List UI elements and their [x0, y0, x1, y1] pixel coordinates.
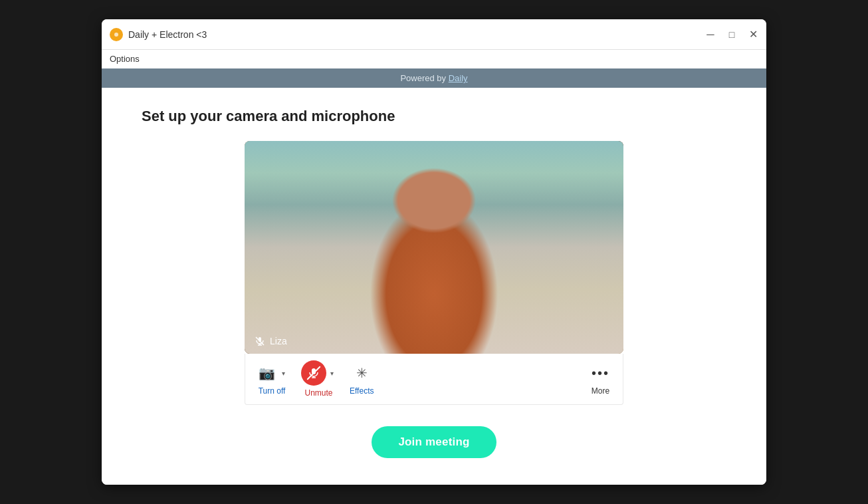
chevron-down-icon: ▾: [282, 370, 285, 377]
svg-point-1: [114, 33, 118, 37]
video-preview: Liza: [245, 141, 623, 354]
options-menu[interactable]: Options: [110, 54, 140, 64]
camera-icon: 📷: [259, 365, 275, 381]
effects-btn-row: ✳: [354, 362, 370, 384]
participant-name: Liza: [270, 336, 287, 346]
mic-label: Unmute: [304, 388, 332, 398]
setup-title: Set up your camera and microphone: [142, 108, 395, 125]
camera-btn-row: 📷 ▾: [256, 362, 288, 384]
mic-control-group: ▾ Unmute: [301, 360, 336, 398]
menubar: Options: [102, 50, 766, 68]
join-meeting-button[interactable]: Join meeting: [372, 426, 496, 458]
titlebar: Daily + Electron <3: [102, 19, 766, 50]
powered-bar: Powered by Daily: [102, 68, 766, 88]
minimize-button[interactable]: [705, 29, 716, 40]
main-content: Set up your camera and microphone Liza: [102, 88, 766, 485]
window-title: Daily + Electron <3: [128, 29, 705, 40]
more-label: More: [592, 386, 609, 396]
camera-toggle-button[interactable]: 📷: [256, 362, 278, 384]
controls-bar: 📷 ▾ Turn off: [245, 354, 623, 405]
camera-label: Turn off: [259, 386, 286, 396]
mic-off-icon: [254, 335, 266, 347]
daily-link[interactable]: Daily: [449, 73, 468, 83]
effects-icon: ✳: [356, 365, 368, 381]
camera-chevron-button[interactable]: ▾: [279, 367, 288, 380]
app-icon: [110, 28, 123, 41]
video-background: [245, 141, 623, 354]
chevron-down-icon: ▾: [330, 370, 334, 377]
more-button[interactable]: •••: [589, 363, 612, 384]
mic-btn-row: ▾: [301, 360, 336, 386]
powered-by-text: Powered by: [400, 73, 448, 83]
window-controls: [705, 29, 758, 40]
person-overlay: [245, 141, 623, 354]
mic-chevron-button[interactable]: ▾: [328, 367, 336, 380]
more-icon: •••: [592, 366, 609, 381]
close-button[interactable]: [748, 29, 758, 40]
app-window: Daily + Electron <3 Options Powered by D…: [102, 19, 766, 485]
more-control-group: ••• More: [589, 363, 612, 396]
effects-button[interactable]: ✳: [354, 362, 370, 384]
effects-label: Effects: [350, 386, 374, 396]
mic-toggle-button[interactable]: [301, 360, 326, 386]
camera-control-group: 📷 ▾ Turn off: [256, 362, 288, 396]
participant-badge: Liza: [254, 335, 287, 347]
effects-control-group: ✳ Effects: [350, 362, 374, 396]
maximize-button[interactable]: [726, 29, 737, 40]
